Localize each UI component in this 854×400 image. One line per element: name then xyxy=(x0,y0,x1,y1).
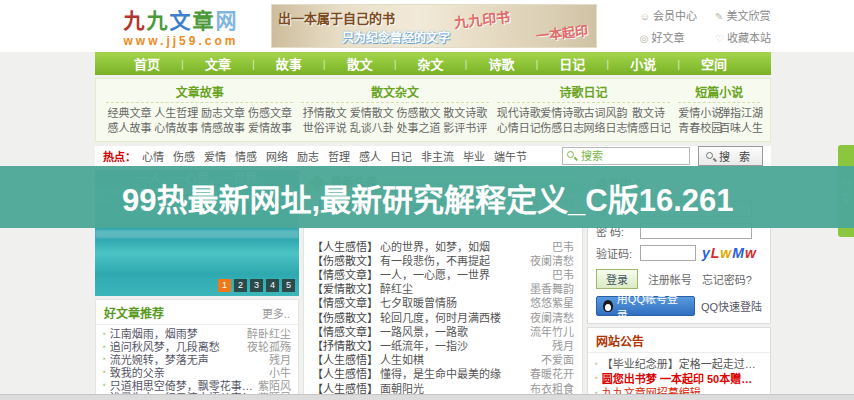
article-icon: ◎ xyxy=(640,33,649,44)
subnav-link[interactable]: 网络日志 xyxy=(584,121,627,136)
search-input[interactable] xyxy=(562,147,690,165)
subnav-links: 现代诗歌 爱情诗歌 古词风韵 散文诗 心情日记 伤感日志 网络日志 情感日记 xyxy=(497,106,670,136)
subnav-link[interactable]: 伤感日志 xyxy=(540,121,583,136)
article-row: 【人生感悟】人生如棋不爱面 xyxy=(312,352,574,366)
hot-tag[interactable]: 网络 xyxy=(266,148,288,164)
good-articles-link[interactable]: ◎好文章 xyxy=(640,29,697,45)
subnav-link[interactable]: 伤感文章 xyxy=(247,106,294,121)
notice-list: ▪【毕业纪念册】定格一起走过的路 ▪圆您出书梦 一本起印 50本赠送书 ▪九九文… xyxy=(588,353,770,400)
captcha-label: 验证码: xyxy=(596,245,640,261)
nav-item-essays[interactable]: 杂文 xyxy=(397,54,465,73)
subnav-link[interactable]: 青春校园 xyxy=(678,121,719,136)
nav-item-space[interactable]: 空间 xyxy=(680,54,748,73)
bookmark-site-link[interactable]: ♡收藏本站 xyxy=(715,29,771,45)
hot-tag[interactable]: 励志 xyxy=(297,148,319,164)
qq-login-button[interactable]: 用QQ帐号登录 xyxy=(596,296,695,316)
site-header: 九九文章网 www.jj59.com 出一本属于自己的书 只为纪念曾经的文字 九… xyxy=(95,0,771,52)
subnav-link[interactable]: 感人故事 xyxy=(106,121,153,136)
nav-item-home[interactable]: 首页 xyxy=(113,54,181,73)
member-icon: ☺ xyxy=(640,11,650,22)
subnav-link[interactable]: 现代诗歌 xyxy=(497,106,540,121)
slider-dot[interactable]: 5 xyxy=(282,279,295,292)
banner-line1: 出一本属于自己的书 xyxy=(278,8,395,27)
hot-tag[interactable]: 爱情 xyxy=(204,148,226,164)
search-button[interactable]: 搜 索 xyxy=(698,146,763,166)
logo-char: 章 xyxy=(193,9,216,33)
subnav-link[interactable]: 世俗评说 xyxy=(301,121,348,136)
nav-item-stories[interactable]: 故事 xyxy=(255,54,323,73)
slider-dot[interactable]: 2 xyxy=(234,279,247,292)
subnav-link[interactable]: 心情日记 xyxy=(497,121,540,136)
subnav-link[interactable]: 散文诗 xyxy=(627,106,670,121)
hot-tag[interactable]: 日记 xyxy=(390,148,412,164)
notice-item[interactable]: ▪圆您出书梦 一本起印 50本赠送书 xyxy=(595,371,763,386)
subnav-links: 爱情小说 弹指江湖 青春校园 百味人生 xyxy=(678,106,760,136)
site-logo[interactable]: 九九文章网 www.jj59.com xyxy=(95,4,267,48)
subnav-link[interactable]: 爱情小说 xyxy=(678,106,719,121)
nav-item-poetry[interactable]: 诗歌 xyxy=(467,54,535,73)
logo-text: 九九文章网 xyxy=(95,4,267,34)
register-link[interactable]: 注册帐号 xyxy=(648,271,692,287)
subnav-link[interactable]: 抒情散文 xyxy=(301,106,348,121)
article-row: 【情感文章】七夕取暖曾情肠悠悠紫星 xyxy=(312,295,574,309)
ad-banner-print-book[interactable]: 出一本属于自己的书 只为纪念曾经的文字 九九印书 一本起印 xyxy=(271,4,597,48)
nav-item-novels[interactable]: 小说 xyxy=(609,54,677,73)
hot-tag[interactable]: 哲理 xyxy=(328,148,350,164)
captcha-field[interactable] xyxy=(640,245,696,261)
hot-tag[interactable]: 非主流 xyxy=(421,148,454,164)
subnav-link[interactable]: 乱谈八卦 xyxy=(348,121,395,136)
slider-pagination: 1 2 3 4 5 xyxy=(218,279,295,292)
nav-item-prose[interactable]: 散文 xyxy=(326,54,394,73)
subnav-link[interactable]: 情感日记 xyxy=(627,121,670,136)
subnav-link[interactable]: 散文诗歌 xyxy=(442,106,489,121)
bullet-icon: ▪ xyxy=(595,359,598,368)
nav-item-articles[interactable]: 文章 xyxy=(184,54,252,73)
subnav-link[interactable]: 爱情散文 xyxy=(348,106,395,121)
subnav-link[interactable]: 爱情故事 xyxy=(247,121,294,136)
subnav-group-title[interactable]: 文章故事 xyxy=(106,83,293,103)
subnav-link[interactable]: 伤感散文 xyxy=(395,106,442,121)
subnav-link[interactable]: 弹指江湖 xyxy=(719,106,760,121)
slider-dot[interactable]: 1 xyxy=(218,279,231,292)
subnav-link[interactable]: 心情故事 xyxy=(153,121,200,136)
hot-tag[interactable]: 伤感 xyxy=(173,148,195,164)
bullet-icon: ▪ xyxy=(103,342,106,351)
category-subnav: 文章故事 经典文章 人生哲理 励志文章 伤感文章 感人故事 心情故事 情感故事 … xyxy=(95,78,771,142)
subnav-link[interactable]: 爱情诗歌 xyxy=(540,106,583,121)
slider-dot[interactable]: 3 xyxy=(250,279,263,292)
subnav-link[interactable]: 经典文章 xyxy=(106,106,153,121)
subnav-link[interactable]: 处事之道 xyxy=(395,121,442,136)
subnav-link[interactable]: 励志文章 xyxy=(200,106,247,121)
login-button[interactable]: 登录 xyxy=(596,269,638,289)
subnav-link[interactable]: 人生哲理 xyxy=(153,106,200,121)
subnav-link[interactable]: 百味人生 xyxy=(719,121,760,136)
beautiful-articles-link[interactable]: ✎美文欣赏 xyxy=(715,7,771,23)
qq-penguin-icon xyxy=(603,300,613,312)
article-row: 【人生感悟】心的世界，如梦，如烟巴韦 xyxy=(312,239,574,253)
notice-item[interactable]: ▪【毕业纪念册】定格一起走过的路 xyxy=(595,356,763,371)
hot-tag[interactable]: 感人 xyxy=(359,148,381,164)
forgot-password-link[interactable]: 忘记密码? xyxy=(702,271,752,287)
hot-tag[interactable]: 心情 xyxy=(142,148,164,164)
subnav-link[interactable]: 影评书评 xyxy=(442,121,489,136)
hot-tag[interactable]: 毕业 xyxy=(463,148,485,164)
subnav-group-prose: 散文杂文 抒情散文 爱情散文 伤感散文 散文诗歌 世俗评说 乱谈八卦 处事之道 … xyxy=(297,83,492,136)
nav-item-diary[interactable]: 日记 xyxy=(538,54,606,73)
subnav-group-title[interactable]: 诗歌日记 xyxy=(497,83,670,103)
captcha-image: yLwMw xyxy=(702,245,757,261)
article-row: 【人生感悟】面朝阳光布衣粗食 xyxy=(312,380,574,394)
captcha-row: 验证码: yLwMw xyxy=(596,245,762,261)
subnav-group-title[interactable]: 短篇小说 xyxy=(678,83,760,103)
more-link[interactable]: 更多.. xyxy=(262,305,290,321)
search-button-label: 搜 索 xyxy=(719,151,753,163)
hot-tag[interactable]: 情感 xyxy=(235,148,257,164)
slider-dot[interactable]: 4 xyxy=(266,279,279,292)
subnav-group-title[interactable]: 散文杂文 xyxy=(301,83,488,103)
hot-tag[interactable]: 端午节 xyxy=(494,148,527,164)
subnav-group-articles: 文章故事 经典文章 人生哲理 励志文章 伤感文章 感人故事 心情故事 情感故事 … xyxy=(102,83,297,136)
member-center-link[interactable]: ☺会员中心 xyxy=(640,7,697,23)
subnav-link[interactable]: 古词风韵 xyxy=(584,106,627,121)
recommended-list: ▪江南烟雨，烟雨梦醉卧红尘 ▪追问秋风梦，几段离愁夜轮孤殇 ▪流光婉转，梦落无声… xyxy=(96,325,298,400)
panel-title: 网站公告 xyxy=(588,328,770,353)
subnav-link[interactable]: 情感故事 xyxy=(200,121,247,136)
